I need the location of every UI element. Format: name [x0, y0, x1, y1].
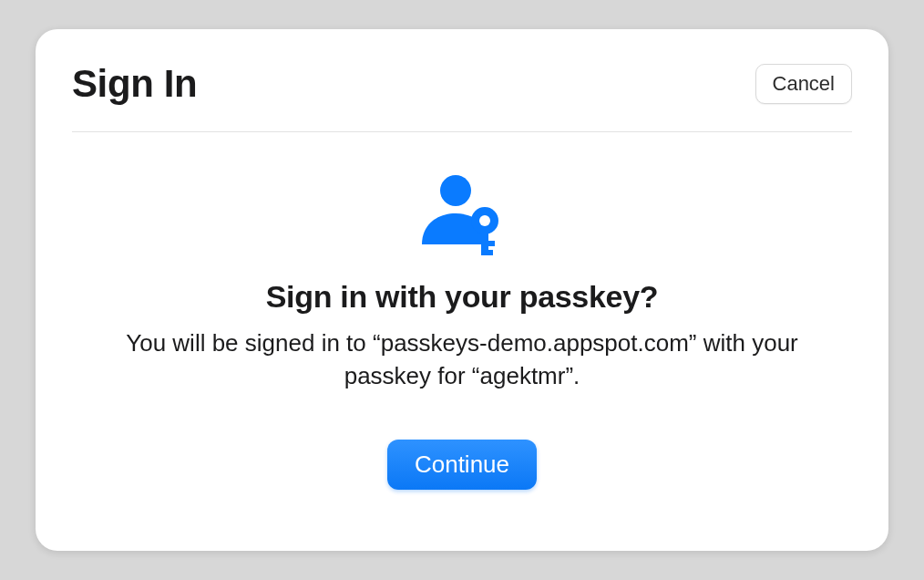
continue-button[interactable]: Continue — [387, 440, 537, 490]
dialog-title: Sign In — [72, 62, 197, 106]
svg-point-2 — [479, 215, 490, 226]
sign-in-dialog: Sign In Cancel Sign in with your passkey… — [36, 29, 888, 551]
dialog-body: Sign in with your passkey? You will be s… — [72, 132, 852, 518]
dialog-heading: Sign in with your passkey? — [266, 279, 659, 315]
svg-rect-4 — [488, 241, 495, 246]
svg-rect-5 — [488, 250, 493, 255]
dialog-header: Sign In Cancel — [72, 62, 852, 132]
cancel-button[interactable]: Cancel — [755, 64, 852, 104]
passkey-person-icon — [412, 161, 512, 264]
svg-rect-3 — [481, 232, 488, 255]
dialog-subtext: You will be signed in to “passkeys-demo.… — [116, 327, 808, 391]
svg-point-0 — [440, 175, 471, 206]
